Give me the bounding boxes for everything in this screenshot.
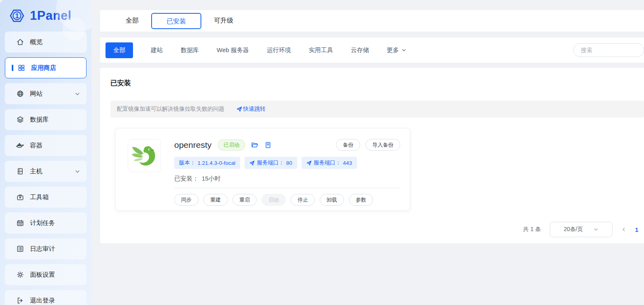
quick-jump-link[interactable]: 快速跳转 <box>236 105 266 113</box>
installed-duration: 已安装：15小时 <box>174 175 400 183</box>
app-status-tabbar: 全部 已安装 可升级 <box>100 10 644 32</box>
category-filterbar: 全部 建站 数据库 Web 服务器 运行环境 实用工具 云存储 更多 <box>100 38 644 63</box>
card-divider <box>174 188 400 188</box>
search-input[interactable] <box>573 43 644 57</box>
start-button: 启动 <box>262 194 286 206</box>
port-label: 服务端口： <box>314 159 341 166</box>
current-page[interactable]: 1 <box>635 226 638 233</box>
mirror-hint-alert: 配置镜像加速可以解决镜像拉取失败的问题 快速跳转 <box>110 101 644 118</box>
sidebar-item-database[interactable]: 数据库 <box>5 109 87 130</box>
home-icon <box>16 38 24 46</box>
app-actions: 同步 重建 重启 启动 停止 卸载 参数 <box>174 194 400 206</box>
appstore-grid-icon <box>17 64 25 72</box>
chevron-down-icon <box>75 169 80 174</box>
installed-apps-panel: 已安装 配置镜像加速可以解决镜像拉取失败的问题 快速跳转 openresty <box>100 68 644 243</box>
alert-message: 配置镜像加速可以解决镜像拉取失败的问题 <box>117 105 224 113</box>
sidebar-item-label: 应用商店 <box>31 64 56 72</box>
section-title: 已安装 <box>110 78 644 88</box>
app-logo-box <box>128 139 161 172</box>
version-label: 版本： <box>179 159 196 166</box>
sync-button[interactable]: 同步 <box>174 194 198 206</box>
sidebar-item-label: 退出登录 <box>30 297 55 305</box>
import-backup-button[interactable]: 导入备份 <box>365 139 400 151</box>
quick-jump-label: 快速跳转 <box>243 105 266 113</box>
page-size-value: 20条/页 <box>564 226 583 233</box>
calendar-icon <box>16 219 24 227</box>
layers-icon <box>16 116 24 124</box>
params-button[interactable]: 参数 <box>349 194 373 206</box>
chevron-down-icon <box>401 48 406 53</box>
sidebar-item-toolbox[interactable]: 工具箱 <box>5 187 87 208</box>
docker-whale-icon <box>16 141 24 149</box>
globe-icon <box>16 90 24 98</box>
prev-page-button[interactable] <box>621 227 626 232</box>
svg-text:1: 1 <box>15 12 19 20</box>
server-icon <box>16 167 24 175</box>
paper-plane-icon <box>249 160 255 166</box>
version-value: 1.21.4.3-0-focal <box>198 160 236 166</box>
chevron-down-icon <box>593 227 598 232</box>
uninstall-button[interactable]: 卸载 <box>320 194 344 206</box>
tab-installed[interactable]: 已安装 <box>151 13 201 29</box>
sidebar-item-website[interactable]: 网站 <box>5 83 87 104</box>
category-webserver[interactable]: Web 服务器 <box>217 46 249 54</box>
sidebar-item-container[interactable]: 容器 <box>5 135 87 156</box>
port-value: 80 <box>286 160 292 166</box>
openresty-bird-icon <box>131 142 158 169</box>
app-name: openresty <box>174 140 211 150</box>
tab-all[interactable]: 全部 <box>113 13 151 29</box>
log-list-icon <box>16 245 24 253</box>
sidebar-item-cron[interactable]: 计划任务 <box>5 212 87 233</box>
backup-button[interactable]: 备份 <box>336 139 360 151</box>
app-card-openresty: openresty 已启动 备份 导入备份 版本： 1.21.4.3-0-foc… <box>115 128 410 211</box>
sidebar-item-logout[interactable]: 退出登录 <box>5 290 87 305</box>
paper-plane-icon <box>236 106 242 112</box>
service-port-443-tag[interactable]: 服务端口： 443 <box>302 157 357 169</box>
status-badge: 已启动 <box>218 139 245 151</box>
sidebar-item-label: 数据库 <box>30 116 49 124</box>
sidebar-item-label: 工具箱 <box>30 193 49 202</box>
page-size-select[interactable]: 20条/页 <box>550 222 612 237</box>
sidebar-item-label: 网站 <box>30 90 42 98</box>
active-indicator <box>12 65 13 71</box>
sidebar-item-label: 主机 <box>30 167 42 176</box>
version-tag: 版本： 1.21.4.3-0-focal <box>174 157 240 169</box>
hexagon-1-icon: 1 <box>8 7 26 25</box>
document-icon[interactable] <box>264 141 272 149</box>
folder-icon[interactable] <box>251 141 258 149</box>
gear-icon <box>16 271 24 279</box>
service-port-80-tag[interactable]: 服务端口： 80 <box>245 157 297 169</box>
sidebar-item-label: 日志审计 <box>30 245 55 253</box>
app-card-body: openresty 已启动 备份 导入备份 版本： 1.21.4.3-0-foc… <box>174 139 400 210</box>
category-cloud-storage[interactable]: 云存储 <box>351 46 369 54</box>
stop-button[interactable]: 停止 <box>291 194 315 206</box>
pagination-total: 共 1 条 <box>523 226 541 233</box>
sidebar-menu: 概览 应用商店 网站 数据库 容器 主机 工具箱 <box>0 32 91 305</box>
category-database[interactable]: 数据库 <box>181 46 199 54</box>
rebuild-button[interactable]: 重建 <box>203 194 228 206</box>
restart-button[interactable]: 重启 <box>232 194 257 206</box>
decor-bubble <box>62 17 86 40</box>
installed-label: 已安装： <box>174 175 198 182</box>
sidebar-item-label: 面板设置 <box>30 271 55 279</box>
category-more-dropdown[interactable]: 更多 <box>387 46 406 54</box>
sidebar-item-settings[interactable]: 面板设置 <box>5 264 87 285</box>
tab-upgradable[interactable]: 可升级 <box>201 13 246 29</box>
category-tools[interactable]: 实用工具 <box>309 46 333 54</box>
category-all-button[interactable]: 全部 <box>106 42 133 58</box>
more-label: 更多 <box>387 46 399 54</box>
category-website[interactable]: 建站 <box>151 46 163 54</box>
logout-icon <box>16 297 24 305</box>
briefcase-icon <box>16 193 24 201</box>
chevron-down-icon <box>75 91 80 97</box>
sidebar-item-appstore[interactable]: 应用商店 <box>5 57 87 78</box>
paper-plane-icon <box>306 160 312 166</box>
pagination: 共 1 条 20条/页 1 <box>110 222 644 237</box>
category-runtime[interactable]: 运行环境 <box>267 46 291 54</box>
sidebar-item-label: 计划任务 <box>30 219 55 227</box>
sidebar-item-host[interactable]: 主机 <box>5 161 87 182</box>
sidebar-item-logs[interactable]: 日志审计 <box>5 238 87 259</box>
port-value: 443 <box>343 160 352 166</box>
sidebar-item-label: 概览 <box>30 38 42 46</box>
chevron-left-icon <box>621 227 626 232</box>
